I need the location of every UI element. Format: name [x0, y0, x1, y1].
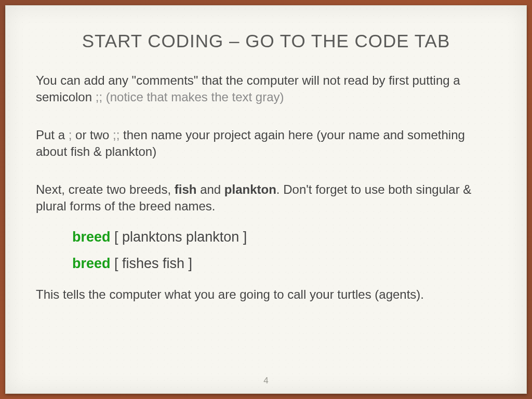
text: and — [196, 182, 224, 196]
semicolon-example: ;; — [96, 90, 102, 104]
code-args: [ planktons plankton ] — [111, 229, 247, 245]
page-number: 4 — [6, 376, 526, 386]
text: Put a — [36, 128, 69, 142]
code-line-plankton: breed [ planktons plankton ] — [72, 229, 496, 245]
breed-fish: fish — [175, 182, 197, 196]
keyword-breed: breed — [72, 256, 111, 271]
text-gray-note: (notice that makes the text gray) — [102, 90, 284, 104]
paragraph-comments: You can add any "comments" that the comp… — [36, 72, 496, 106]
paragraph-explain: This tells the computer what you are goi… — [36, 286, 496, 303]
text: or two — [72, 128, 113, 142]
paragraph-breeds: Next, create two breeds, fish and plankt… — [36, 181, 496, 215]
slide-paper: START CODING – GO TO THE CODE TAB You ca… — [5, 5, 527, 394]
text: Next, create two breeds, — [36, 182, 175, 196]
slide-title: START CODING – GO TO THE CODE TAB — [36, 31, 496, 51]
code-args: [ fishes fish ] — [111, 256, 193, 271]
paragraph-name-project: Put a ; or two ;; then name your project… — [36, 127, 496, 161]
breed-plankton: plankton — [224, 182, 276, 196]
code-line-fish: breed [ fishes fish ] — [72, 256, 496, 272]
semicolon-two: ;; — [113, 128, 119, 142]
keyword-breed: breed — [72, 229, 111, 245]
